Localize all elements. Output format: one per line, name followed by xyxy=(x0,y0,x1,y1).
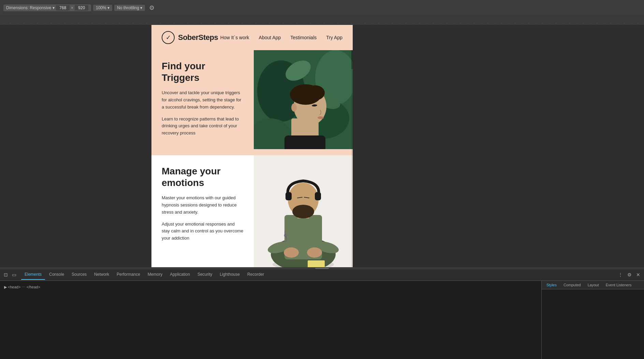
devtools-tab-elements[interactable]: Elements xyxy=(21,270,45,280)
throttle-label[interactable]: No throttling ▾ xyxy=(114,5,145,11)
emotions-body1: Master your emotions with our guided hyp… xyxy=(162,195,244,216)
section-emotions-text: Manage your emotions Master your emotion… xyxy=(151,155,254,271)
devtools-computed-tab[interactable]: Computed xyxy=(561,282,583,288)
dimensions-text: Dimensions: Responsive xyxy=(6,5,51,10)
nav-about-app[interactable]: About App xyxy=(259,35,281,40)
svg-rect-8 xyxy=(284,135,325,149)
devtools-panel: ⊡ ▭ Elements Console Sources Network Per… xyxy=(0,269,644,359)
section-triggers-text: Find your Triggers Uncover and tackle yo… xyxy=(151,50,254,155)
devtools-event-listeners-tab[interactable]: Event Listeners xyxy=(604,282,634,288)
devtools-tab-application[interactable]: Application xyxy=(166,270,193,280)
nav-try-app[interactable]: Try App xyxy=(326,35,342,40)
nav-how-it-works[interactable]: How It`s work xyxy=(220,35,249,40)
section-triggers: Find your Triggers Uncover and tackle yo… xyxy=(151,50,353,155)
devtools-tab-recorder[interactable]: Recorder xyxy=(244,270,267,280)
logo-text: SoberSteps xyxy=(178,33,218,42)
triggers-title: Find your Triggers xyxy=(162,60,244,83)
devtools-tab-sources[interactable]: Sources xyxy=(68,270,90,280)
devtools-settings-icon[interactable]: ⚙ xyxy=(626,272,632,278)
emotions-title: Manage your emotions xyxy=(162,166,244,188)
page-content: ✓ SoberSteps How It`s work About App Tes… xyxy=(151,25,353,271)
svg-point-15 xyxy=(291,103,297,112)
devtools-content: ▶ <head> ⋯ </head> Styles Computed Layou… xyxy=(0,281,644,359)
devtools-mobile-icon[interactable]: ▭ xyxy=(11,272,17,278)
tab-bar xyxy=(0,15,644,25)
scroll-thumb[interactable] xyxy=(351,49,353,69)
dim-separator: × xyxy=(71,5,73,10)
devtools-tab-performance[interactable]: Performance xyxy=(113,270,144,280)
devtools-close-icon[interactable]: ✕ xyxy=(635,272,641,278)
devtools-tab-memory[interactable]: Memory xyxy=(144,270,166,280)
emotions-body2: Adjust your emotional responses and stay… xyxy=(162,221,244,242)
logo-icon: ✓ xyxy=(162,31,175,44)
zoom-label[interactable]: 100% ▾ xyxy=(93,5,112,11)
devtools-right-panel: Styles Computed Layout Event Listeners xyxy=(542,281,644,359)
devtools-tabs: ⊡ ▭ Elements Console Sources Network Per… xyxy=(0,269,644,281)
devtools-right-tabs: Styles Computed Layout Event Listeners xyxy=(542,281,644,289)
emotions-image xyxy=(254,155,353,271)
settings-icon[interactable]: ⚙ xyxy=(149,4,155,12)
devtools-tab-security[interactable]: Security xyxy=(194,270,216,280)
width-input[interactable] xyxy=(56,5,70,11)
emotions-image-svg xyxy=(254,155,353,271)
gray-right-panel xyxy=(353,25,644,271)
devtools-layout-tab[interactable]: Layout xyxy=(586,282,601,288)
scroll-indicator xyxy=(351,25,353,271)
gray-left-panel xyxy=(0,25,151,271)
svg-point-14 xyxy=(318,116,324,119)
nav-testimonials[interactable]: Testimonials xyxy=(290,35,317,40)
devtools-more-icon[interactable]: ⋮ xyxy=(617,272,624,278)
breadcrumb-text: ▶ <head> ⋯ </head> xyxy=(4,285,40,289)
triggers-body1: Uncover and tackle your unique triggers … xyxy=(162,89,244,111)
viewport-wrapper: ✓ SoberSteps How It`s work About App Tes… xyxy=(151,25,353,271)
devtools-left-panel: ▶ <head> ⋯ </head> xyxy=(0,281,542,359)
height-input[interactable] xyxy=(75,5,88,11)
svg-rect-28 xyxy=(315,192,321,200)
devtools-breadcrumb: ▶ <head> ⋯ </head> xyxy=(3,284,539,291)
devtools-inspect-icon[interactable]: ⊡ xyxy=(3,272,9,278)
devtools-styles-tab[interactable]: Styles xyxy=(544,282,559,288)
logo-area: ✓ SoberSteps xyxy=(162,31,218,44)
devtools-tab-console[interactable]: Console xyxy=(46,270,68,280)
section-emotions: Manage your emotions Master your emotion… xyxy=(151,155,353,271)
browser-toolbar: Dimensions: Responsive ▾ × 100% ▾ No thr… xyxy=(3,4,641,12)
svg-point-26 xyxy=(292,205,314,218)
svg-point-12 xyxy=(306,85,325,100)
navbar: ✓ SoberSteps How It`s work About App Tes… xyxy=(151,25,353,50)
svg-point-22 xyxy=(284,247,299,258)
devtools-tab-lighthouse[interactable]: Lighthouse xyxy=(216,270,243,280)
triggers-image xyxy=(254,50,353,155)
svg-rect-27 xyxy=(286,192,292,200)
devtools-tab-network[interactable]: Network xyxy=(91,270,113,280)
triggers-image-svg xyxy=(254,50,353,149)
devtools-icons-left: ⊡ ▭ xyxy=(3,272,17,278)
nav-links: How It`s work About App Testimonials Try… xyxy=(220,35,342,40)
browser-chrome: Dimensions: Responsive ▾ × 100% ▾ No thr… xyxy=(0,0,644,15)
triggers-body2: Learn to recognize patterns that lead to… xyxy=(162,116,244,137)
svg-point-23 xyxy=(307,247,322,258)
devtools-resize-bar[interactable] xyxy=(0,267,644,269)
dimensions-label[interactable]: Dimensions: Responsive ▾ × xyxy=(3,4,91,11)
